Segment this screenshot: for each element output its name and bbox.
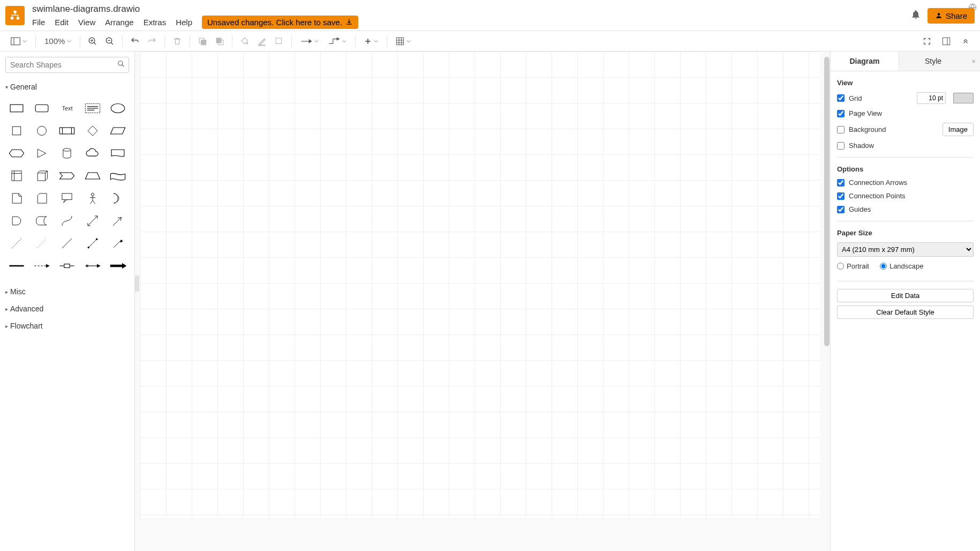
category-advanced[interactable]: ▸Advanced	[0, 300, 134, 317]
close-panel-button[interactable]: ×	[967, 51, 980, 71]
grid-checkbox[interactable]	[837, 94, 845, 102]
papersize-select[interactable]: A4 (210 mm x 297 mm)	[837, 242, 974, 257]
shape-cylinder[interactable]	[55, 143, 79, 164]
shape-triangle[interactable]	[29, 143, 54, 164]
shape-bidirectional-arrow[interactable]	[80, 210, 104, 232]
shape-directional-connector[interactable]	[106, 233, 130, 254]
undo-button[interactable]	[127, 33, 143, 49]
connection-points-checkbox[interactable]	[837, 192, 845, 200]
shape-dotted-line[interactable]	[29, 233, 54, 254]
fullscreen-button[interactable]	[919, 33, 935, 49]
grid-color-swatch[interactable]	[953, 93, 974, 103]
fill-color-button[interactable]	[237, 33, 253, 49]
menu-view[interactable]: View	[78, 18, 95, 27]
edit-data-button[interactable]: Edit Data	[837, 289, 974, 302]
shape-document[interactable]	[106, 143, 130, 164]
tab-style[interactable]: Style	[899, 51, 967, 71]
menu-file[interactable]: File	[32, 18, 45, 27]
sidebar-toggle-button[interactable]	[6, 33, 31, 49]
delete-button[interactable]	[169, 33, 185, 49]
insert-dropdown[interactable]	[360, 33, 382, 49]
background-image-button[interactable]: Image	[943, 123, 974, 136]
shape-bidirectional-connector[interactable]	[80, 233, 104, 254]
shape-thick-connector[interactable]	[106, 255, 130, 277]
shape-parallelogram[interactable]	[106, 120, 130, 142]
shape-link[interactable]	[4, 255, 28, 277]
shadow-button[interactable]	[271, 33, 287, 49]
zoom-dropdown[interactable]: 100%	[40, 33, 76, 49]
shape-or[interactable]	[106, 188, 130, 209]
category-general[interactable]: ▾General	[0, 78, 134, 95]
menu-extras[interactable]: Extras	[144, 18, 167, 27]
guides-checkbox[interactable]	[837, 206, 845, 213]
shape-text[interactable]: Text	[55, 98, 79, 119]
grid-size-input[interactable]	[917, 92, 946, 104]
shape-ellipse[interactable]	[106, 98, 130, 119]
to-back-button[interactable]	[212, 33, 228, 49]
shape-process[interactable]	[55, 120, 79, 142]
shape-hexagon[interactable]	[4, 143, 28, 164]
search-shapes-input[interactable]	[5, 57, 129, 73]
pageview-checkbox[interactable]	[837, 110, 845, 117]
shape-card[interactable]	[29, 188, 54, 209]
shape-step[interactable]	[55, 165, 79, 187]
shape-square[interactable]	[4, 120, 28, 142]
shape-dashed-line[interactable]	[4, 233, 28, 254]
shape-data-storage[interactable]	[29, 210, 54, 232]
shape-textbox[interactable]	[80, 98, 104, 119]
menu-help[interactable]: Help	[176, 18, 192, 27]
shape-callout[interactable]	[55, 188, 79, 209]
category-flowchart[interactable]: ▸Flowchart	[0, 317, 134, 334]
save-banner[interactable]: Unsaved changes. Click here to save.	[202, 16, 358, 29]
clear-default-style-button[interactable]: Clear Default Style	[837, 306, 974, 319]
line-color-button[interactable]	[254, 33, 270, 49]
shape-note[interactable]	[4, 188, 28, 209]
redo-button[interactable]	[144, 33, 160, 49]
tab-diagram[interactable]: Diagram	[831, 51, 899, 71]
shape-thin-connector[interactable]	[80, 255, 104, 277]
landscape-label: Landscape	[889, 262, 924, 270]
portrait-radio[interactable]	[837, 263, 844, 270]
collapse-button[interactable]	[958, 33, 974, 49]
shape-dashed-connector[interactable]	[29, 255, 54, 277]
shape-rounded-rectangle[interactable]	[29, 98, 54, 119]
chevron-right-icon: ▸	[5, 323, 8, 329]
waypoint-dropdown[interactable]	[324, 33, 351, 49]
shape-edge-label[interactable]	[55, 255, 79, 277]
shadow-checkbox[interactable]	[837, 142, 845, 150]
format-panel-toggle[interactable]	[938, 33, 954, 49]
shape-arrow[interactable]	[106, 210, 130, 232]
shape-circle[interactable]	[29, 120, 54, 142]
app-logo[interactable]	[5, 6, 25, 25]
table-dropdown[interactable]	[391, 33, 415, 49]
shape-and[interactable]	[4, 210, 28, 232]
shape-internal-storage[interactable]	[4, 165, 28, 187]
search-icon[interactable]	[117, 60, 125, 69]
panel-splitter[interactable]	[135, 276, 139, 292]
category-misc[interactable]: ▸Misc	[0, 283, 134, 300]
zoom-out-button[interactable]	[102, 33, 118, 49]
shape-curve[interactable]	[55, 210, 79, 232]
notifications-icon[interactable]	[910, 9, 921, 23]
menu-edit[interactable]: Edit	[55, 18, 69, 27]
shape-rectangle[interactable]	[4, 98, 28, 119]
shape-line[interactable]	[55, 233, 79, 254]
shape-tape[interactable]	[106, 165, 130, 187]
to-front-button[interactable]	[194, 33, 210, 49]
background-checkbox[interactable]	[837, 126, 845, 133]
canvas-page[interactable]	[140, 51, 820, 518]
shape-cloud[interactable]	[80, 143, 104, 164]
landscape-radio[interactable]	[880, 263, 887, 270]
menu-arrange[interactable]: Arrange	[105, 18, 133, 27]
share-button[interactable]: Share	[928, 8, 975, 24]
connection-dropdown[interactable]	[296, 33, 323, 49]
connection-arrows-checkbox[interactable]	[837, 179, 845, 187]
shape-cube[interactable]	[29, 165, 54, 187]
canvas[interactable]	[135, 51, 830, 551]
scrollbar-vertical[interactable]	[824, 51, 830, 357]
shape-trapezoid[interactable]	[80, 165, 104, 187]
shape-actor[interactable]	[80, 188, 104, 209]
shape-diamond[interactable]	[80, 120, 104, 142]
zoom-in-button[interactable]	[85, 33, 101, 49]
document-title[interactable]: swimlane-diagrams.drawio	[32, 2, 358, 16]
